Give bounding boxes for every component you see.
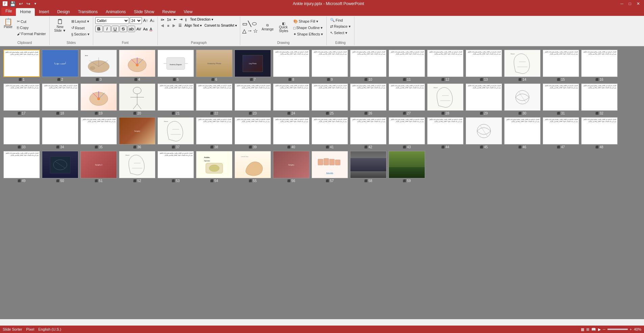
numbering-btn[interactable]: 1≡: [166, 18, 172, 22]
slide-item-9[interactable]: الإصابات الرياضية في الكاحل والقدم وعلاج…: [312, 50, 348, 81]
slide-item-8[interactable]: الإصابات الرياضية في الكاحل والقدم وعلاج…: [273, 50, 309, 81]
replace-button[interactable]: ⇄ Replace ▾: [329, 24, 352, 29]
slide-item-53[interactable]: الإصابات الرياضية في الكاحل والقدم وعلاج…: [157, 151, 194, 183]
arrow-shape[interactable]: →: [247, 28, 252, 34]
slide-item-34[interactable]: ⬛ 34: [42, 117, 78, 149]
slide-item-35[interactable]: الإصابات الرياضية في الكاحل والقدم وعلاج…: [80, 117, 117, 149]
slide-item-30[interactable]: ⬛ 30: [504, 83, 541, 115]
slide-item-43[interactable]: الإصابات الرياضية في الكاحل والقدم وعلاج…: [389, 117, 425, 149]
columns-btn[interactable]: ⫿: [184, 18, 188, 22]
slide-item-51[interactable]: Surgery 2⬛ 51: [80, 151, 117, 183]
tab-review[interactable]: Review: [158, 8, 179, 16]
slide-item-10[interactable]: الإصابات الرياضية في الكاحل والقدم وعلاج…: [350, 50, 387, 81]
slide-item-11[interactable]: الإصابات الرياضية في الكاحل والقدم وعلاج…: [389, 50, 425, 81]
align-left-btn[interactable]: ⫷: [160, 24, 166, 28]
increase-indent-btn[interactable]: ⇥: [178, 17, 183, 22]
arrange-button[interactable]: ⧉ Arrange: [260, 22, 275, 32]
minimize-button[interactable]: ─: [619, 1, 625, 6]
quick-access-arrow[interactable]: ▼: [33, 2, 38, 6]
slide-item-18[interactable]: الإصابات الرياضية في الكاحل والقدم وعلاج…: [42, 83, 78, 115]
tab-home[interactable]: Home: [16, 8, 35, 16]
slide-item-1[interactable]: الإصابات الرياضية في الكاحل والقدم وعلاج…: [3, 50, 40, 81]
new-slide-button[interactable]: 🗒 NewSlide ▼: [52, 17, 69, 33]
tab-design[interactable]: Design: [53, 8, 74, 16]
tab-view[interactable]: View: [180, 8, 197, 16]
tab-slideshow[interactable]: Slide Show: [130, 8, 158, 16]
line-shape[interactable]: ╲: [248, 21, 251, 27]
font-size-select[interactable]: 24: [130, 17, 142, 24]
slide-item-16[interactable]: الإصابات الرياضية في الكاحل والقدم وعلاج…: [581, 50, 618, 81]
slide-item-24[interactable]: الإصابات الرياضية في الكاحل والقدم وعلاج…: [273, 83, 309, 115]
justify-btn[interactable]: ☰: [177, 23, 183, 28]
slide-item-44[interactable]: الإصابات الرياضية في الكاحل والقدم وعلاج…: [427, 117, 464, 149]
shape-outline-button[interactable]: □ Shape Outline ▾: [292, 25, 324, 31]
change-case-btn[interactable]: Aa: [142, 27, 148, 31]
slide-item-2[interactable]: آسيب مچ پا ⬛ 2: [42, 50, 78, 81]
slide-item-27[interactable]: الإصابات الرياضية في الكاحل والقدم وعلاج…: [389, 83, 425, 115]
slide-item-41[interactable]: الإصابات الرياضية في الكاحل والقدم وعلاج…: [312, 117, 348, 149]
section-button[interactable]: § Section ▾: [70, 31, 91, 37]
slide-item-26[interactable]: الإصابات الرياضية في الكاحل والقدم وعلاج…: [350, 83, 387, 115]
reset-button[interactable]: ↺ Reset: [70, 25, 91, 31]
align-center-btn[interactable]: ≡: [166, 24, 170, 28]
slide-item-47[interactable]: الإصابات الرياضية في الكاحل والقدم وعلاج…: [543, 117, 579, 149]
bullets-btn[interactable]: ≡•: [160, 18, 165, 22]
slide-item-32[interactable]: الإصابات الرياضية في الكاحل والقدم وعلاج…: [581, 83, 618, 115]
slide-item-19[interactable]: ⬛ 19: [80, 83, 117, 115]
slide-item-59[interactable]: ⬛ 59: [389, 151, 425, 183]
font-color-btn[interactable]: A: [149, 27, 153, 31]
slide-item-12[interactable]: الإصابات الرياضية في الكاحل والقدم وعلاج…: [427, 50, 464, 81]
tab-transitions[interactable]: Transitions: [74, 8, 102, 16]
slide-item-49[interactable]: الإصابات الرياضية في الكاحل والقدم وعلاج…: [3, 151, 40, 183]
align-text-btn[interactable]: Align Text ▾: [183, 24, 203, 27]
slide-item-48[interactable]: الإصابات الرياضية في الكاحل والقدم وعلاج…: [581, 117, 618, 149]
slide-item-23[interactable]: الإصابات الرياضية في الكاحل والقدم وعلاج…: [234, 83, 271, 115]
slide-item-3[interactable]: Ankle ⬛ 3: [80, 50, 117, 81]
slide-item-40[interactable]: الإصابات الرياضية في الكاحل والقدم وعلاج…: [273, 117, 309, 149]
bold-button[interactable]: B: [95, 26, 103, 32]
font-family-select[interactable]: Calibri: [95, 17, 129, 24]
slide-item-45[interactable]: ⬛ 45: [466, 117, 502, 149]
quick-redo[interactable]: ↪: [25, 1, 31, 7]
decrease-indent-btn[interactable]: ⇤: [173, 17, 178, 22]
slide-item-21[interactable]: الإصابات الرياضية في الكاحل والقدم وعلاج…: [157, 83, 194, 115]
quick-save[interactable]: 💾: [9, 1, 17, 7]
slide-item-52[interactable]: Sketch ⬛ 52: [119, 151, 155, 183]
copy-button[interactable]: ⎘ Copy: [16, 25, 47, 30]
slide-item-13[interactable]: الإصابات الرياضية في الكاحل والقدم وعلاج…: [466, 50, 502, 81]
format-painter-button[interactable]: 🖌 Format Painter: [16, 31, 47, 36]
tab-insert[interactable]: Insert: [35, 8, 53, 16]
slide-item-5[interactable]: Anatomy Diagram ⬛ 5: [157, 50, 194, 81]
slide-item-6[interactable]: Anatomy Photo⬛ 6: [196, 50, 232, 81]
shape-effects-button[interactable]: ✦ Shape Effects ▾: [292, 31, 324, 37]
cut-button[interactable]: ✂ Cut: [16, 19, 47, 24]
tab-file[interactable]: File: [1, 7, 16, 15]
quick-undo[interactable]: ↩: [18, 1, 24, 7]
paste-button[interactable]: 📋 Paste: [2, 17, 14, 30]
quick-styles-button[interactable]: ◧ QuickStyles: [277, 21, 290, 34]
shape-fill-button[interactable]: 🎨 Shape Fill ▾: [292, 19, 324, 24]
maximize-button[interactable]: □: [627, 1, 633, 6]
find-button[interactable]: 🔍 Find: [329, 17, 344, 23]
slide-item-20[interactable]: ⬛ 20: [119, 83, 155, 115]
decrease-font-size-btn[interactable]: A↓: [149, 18, 155, 23]
tab-animations[interactable]: Animations: [102, 8, 130, 16]
slide-item-15[interactable]: الإصابات الرياضية في الكاحل والقدم وعلاج…: [543, 50, 579, 81]
text-direction-btn[interactable]: Text Direction ▾: [189, 18, 214, 21]
character-spacing-btn[interactable]: AV: [136, 27, 142, 31]
strikethrough-button[interactable]: S: [120, 26, 127, 32]
close-button[interactable]: ✕: [635, 1, 641, 6]
slide-item-46[interactable]: الإصابات الرياضية في الكاحل والقدم وعلاج…: [504, 117, 541, 149]
slide-item-39[interactable]: الإصابات الرياضية في الكاحل والقدم وعلاج…: [234, 117, 271, 149]
slide-item-50[interactable]: ⬛ 50: [42, 151, 78, 183]
slide-item-58[interactable]: ⬛ 58: [350, 151, 387, 183]
triangle-shape[interactable]: △: [242, 28, 246, 34]
slide-item-36[interactable]: Surgery⬛ 36: [119, 117, 155, 149]
slide-item-55[interactable]: Lateral View ⬛ 55: [234, 151, 271, 183]
slide-item-14[interactable]: Sketch ⬛ 14: [504, 50, 541, 81]
slide-item-54[interactable]: Ankle Sprain ⬛ 54: [196, 151, 232, 183]
slide-item-56[interactable]: Surgery⬛ 56: [273, 151, 309, 183]
slide-item-42[interactable]: الإصابات الرياضية في الكاحل والقدم وعلاج…: [350, 117, 387, 149]
smartart-btn[interactable]: Convert to SmartArt ▾: [203, 24, 238, 27]
layout-button[interactable]: ⊞ Layout ▾: [70, 19, 91, 24]
